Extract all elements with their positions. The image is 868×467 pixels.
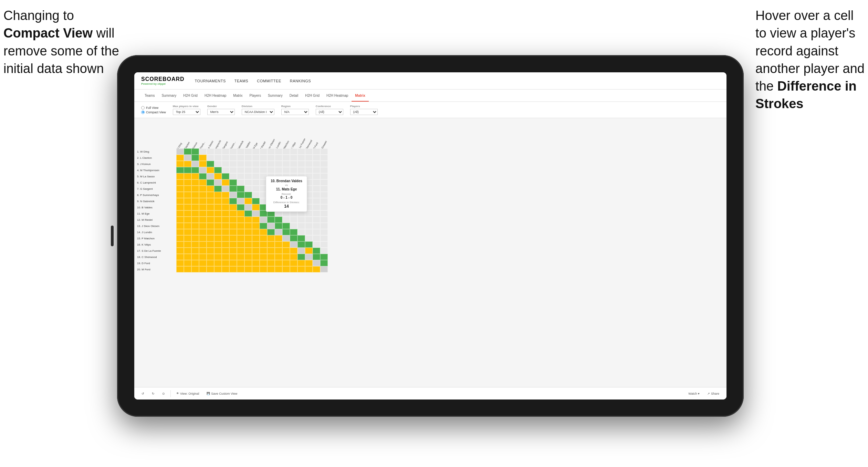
grid-cell[interactable] xyxy=(252,173,260,179)
grid-cell[interactable] xyxy=(191,248,199,254)
grid-cell[interactable] xyxy=(320,266,328,272)
grid-cell[interactable] xyxy=(305,148,313,155)
grid-cell[interactable] xyxy=(260,260,267,266)
grid-cell[interactable] xyxy=(313,192,320,198)
grid-cell[interactable] xyxy=(191,223,199,229)
grid-cell[interactable] xyxy=(260,217,267,223)
grid-cell[interactable] xyxy=(297,248,305,254)
grid-cell[interactable] xyxy=(237,254,244,260)
grid-cell[interactable] xyxy=(260,235,267,241)
grid-cell[interactable] xyxy=(237,179,244,186)
grid-cell[interactable] xyxy=(244,192,252,198)
grid-cell[interactable] xyxy=(199,266,207,272)
grid-cell[interactable] xyxy=(214,204,222,210)
grid-cell[interactable] xyxy=(244,248,252,254)
grid-cell[interactable] xyxy=(222,254,229,260)
grid-cell[interactable] xyxy=(199,241,207,248)
grid-cell[interactable] xyxy=(244,241,252,248)
grid-cell[interactable] xyxy=(214,167,222,173)
grid-cell[interactable] xyxy=(237,217,244,223)
grid-cell[interactable] xyxy=(199,254,207,260)
grid-cell[interactable] xyxy=(191,241,199,248)
grid-cell[interactable] xyxy=(176,192,184,198)
grid-cell[interactable] xyxy=(222,179,229,186)
grid-cell[interactable] xyxy=(313,260,320,266)
grid-cell[interactable] xyxy=(214,223,222,229)
grid-cell[interactable] xyxy=(252,192,260,198)
grid-cell[interactable] xyxy=(229,248,237,254)
grid-cell[interactable] xyxy=(207,235,214,241)
grid-cell[interactable] xyxy=(252,235,260,241)
grid-cell[interactable] xyxy=(252,248,260,254)
grid-cell[interactable] xyxy=(297,155,305,161)
grid-cell[interactable] xyxy=(320,186,328,192)
grid-cell[interactable] xyxy=(237,186,244,192)
grid-cell[interactable] xyxy=(222,248,229,254)
grid-cell[interactable] xyxy=(313,235,320,241)
grid-cell[interactable] xyxy=(199,248,207,254)
subtab-detail[interactable]: Detail xyxy=(286,90,302,102)
conference-select[interactable]: (All) xyxy=(316,109,343,115)
grid-cell[interactable] xyxy=(305,241,313,248)
grid-cell[interactable] xyxy=(184,161,191,167)
grid-cell[interactable] xyxy=(214,248,222,254)
grid-cell[interactable] xyxy=(184,204,191,210)
grid-cell[interactable] xyxy=(244,229,252,235)
grid-cell[interactable] xyxy=(267,217,275,223)
grid-cell[interactable] xyxy=(305,254,313,260)
nav-tournaments[interactable]: TOURNAMENTS xyxy=(195,77,226,85)
grid-cell[interactable] xyxy=(252,179,260,186)
grid-cell[interactable] xyxy=(267,167,275,173)
grid-cell[interactable] xyxy=(199,198,207,204)
grid-cell[interactable] xyxy=(297,266,305,272)
grid-cell[interactable] xyxy=(290,217,297,223)
grid-cell[interactable] xyxy=(320,192,328,198)
grid-cell[interactable] xyxy=(260,155,267,161)
grid-cell[interactable] xyxy=(184,198,191,204)
grid-cell[interactable] xyxy=(191,204,199,210)
grid-cell[interactable] xyxy=(237,192,244,198)
grid-cell[interactable] xyxy=(191,235,199,241)
grid-cell[interactable] xyxy=(267,254,275,260)
grid-cell[interactable] xyxy=(282,167,290,173)
redo-button[interactable]: ↻ xyxy=(150,391,157,397)
region-select[interactable]: N/A xyxy=(281,109,309,115)
grid-cell[interactable] xyxy=(305,235,313,241)
grid-cell[interactable] xyxy=(275,241,282,248)
grid-cell[interactable] xyxy=(191,155,199,161)
grid-cell[interactable] xyxy=(229,223,237,229)
grid-cell[interactable] xyxy=(320,161,328,167)
grid-cell[interactable] xyxy=(199,217,207,223)
grid-cell[interactable] xyxy=(252,266,260,272)
grid-cell[interactable] xyxy=(222,198,229,204)
grid-cell[interactable] xyxy=(229,241,237,248)
grid-cell[interactable] xyxy=(260,248,267,254)
grid-cell[interactable] xyxy=(229,155,237,161)
grid-cell[interactable] xyxy=(244,266,252,272)
grid-cell[interactable] xyxy=(184,223,191,229)
grid-cell[interactable] xyxy=(207,148,214,155)
grid-cell[interactable] xyxy=(282,217,290,223)
grid-cell[interactable] xyxy=(222,210,229,217)
nav-rankings[interactable]: RANKINGS xyxy=(290,77,311,85)
grid-cell[interactable] xyxy=(199,167,207,173)
grid-cell[interactable] xyxy=(320,179,328,186)
grid-cell[interactable] xyxy=(184,217,191,223)
grid-cell[interactable] xyxy=(320,198,328,204)
grid-cell[interactable] xyxy=(305,155,313,161)
grid-cell[interactable] xyxy=(184,210,191,217)
grid-cell[interactable] xyxy=(207,229,214,235)
grid-cell[interactable] xyxy=(252,161,260,167)
grid-cell[interactable] xyxy=(207,186,214,192)
grid-cell[interactable] xyxy=(282,266,290,272)
grid-cell[interactable] xyxy=(237,260,244,266)
grid-cell[interactable] xyxy=(267,260,275,266)
grid-cell[interactable] xyxy=(184,229,191,235)
nav-teams[interactable]: TEAMS xyxy=(234,77,248,85)
grid-cell[interactable] xyxy=(237,161,244,167)
grid-cell[interactable] xyxy=(214,241,222,248)
grid-cell[interactable] xyxy=(229,192,237,198)
grid-cell[interactable] xyxy=(237,173,244,179)
grid-cell[interactable] xyxy=(267,241,275,248)
grid-cell[interactable] xyxy=(207,217,214,223)
